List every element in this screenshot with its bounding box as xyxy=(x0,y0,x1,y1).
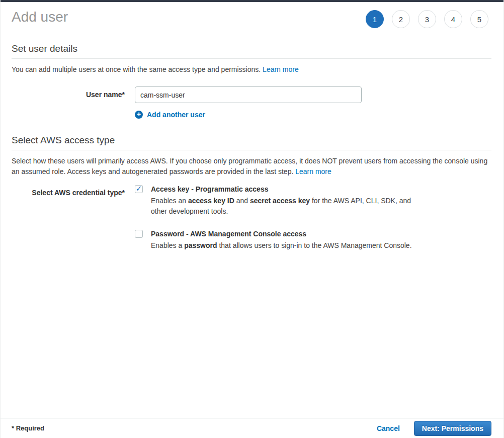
section-divider xyxy=(12,150,491,150)
username-form-row: User name* xyxy=(12,86,491,103)
add-another-user-label: Add another user xyxy=(147,111,205,119)
wizard-step-5[interactable]: 5 xyxy=(470,10,488,28)
credential-type-label: Select AWS credential type* xyxy=(12,185,125,197)
access-key-option-title[interactable]: Access key - Programmatic access xyxy=(151,185,415,194)
desc-text: and xyxy=(234,197,250,205)
access-type-learn-more-link[interactable]: Learn more xyxy=(295,167,331,176)
credential-options: ✓ Access key - Programmatic access Enabl… xyxy=(135,185,415,251)
page-header: Add user 1 2 3 4 5 xyxy=(12,2,491,28)
add-another-user-button[interactable]: + Add another user xyxy=(135,111,205,119)
section-heading-access-type: Select AWS access type xyxy=(12,135,491,146)
add-another-user-row: + Add another user xyxy=(12,111,491,119)
checkmark-icon: ✓ xyxy=(136,185,142,192)
desc-bold-text: access key ID xyxy=(188,197,234,205)
access-type-description: Select how these users will primarily ac… xyxy=(12,156,491,177)
desc-text: that allows users to sign-in to the AWS … xyxy=(217,241,412,249)
access-key-option: ✓ Access key - Programmatic access Enabl… xyxy=(135,185,415,217)
password-option-title[interactable]: Password - AWS Management Console access xyxy=(151,229,412,238)
password-checkbox[interactable] xyxy=(135,230,143,238)
wizard-step-3[interactable]: 3 xyxy=(418,10,436,28)
access-key-checkbox[interactable]: ✓ xyxy=(135,185,143,193)
credential-type-form-row: Select AWS credential type* ✓ Access key… xyxy=(12,185,491,251)
desc-bold-text: secret access key xyxy=(250,197,310,205)
wizard-step-4[interactable]: 4 xyxy=(444,10,462,28)
access-type-description-text: Select how these users will primarily ac… xyxy=(12,157,487,176)
desc-text: Enables an xyxy=(151,197,188,205)
user-details-description: You can add multiple users at once with … xyxy=(12,64,491,75)
wizard-step-1[interactable]: 1 xyxy=(366,10,384,28)
password-option: Password - AWS Management Console access… xyxy=(135,229,415,251)
access-key-option-text: Access key - Programmatic access Enables… xyxy=(151,185,415,217)
cancel-button[interactable]: Cancel xyxy=(377,424,400,432)
add-user-wizard-page: Add user 1 2 3 4 5 Set user details You … xyxy=(0,0,504,438)
user-details-description-text: You can add multiple users at once with … xyxy=(12,65,263,73)
username-input[interactable] xyxy=(135,86,362,103)
page-title: Add user xyxy=(12,9,68,26)
wizard-step-2[interactable]: 2 xyxy=(392,10,410,28)
password-option-text: Password - AWS Management Console access… xyxy=(151,229,412,251)
footer-actions: Cancel Next: Permissions xyxy=(377,421,491,436)
section-divider xyxy=(12,58,491,59)
section-heading-user-details: Set user details xyxy=(12,43,491,54)
access-key-option-description: Enables an access key ID and secret acce… xyxy=(151,196,415,217)
wizard-step-indicator: 1 2 3 4 5 xyxy=(366,9,491,28)
desc-bold-text: password xyxy=(184,241,217,249)
label-spacer xyxy=(12,111,125,115)
user-details-learn-more-link[interactable]: Learn more xyxy=(263,65,299,73)
desc-text: Enables a xyxy=(151,241,184,249)
required-note: * Required xyxy=(12,424,44,432)
username-label: User name* xyxy=(12,86,125,99)
password-option-description: Enables a password that allows users to … xyxy=(151,240,412,251)
wizard-footer: * Required Cancel Next: Permissions xyxy=(1,418,503,438)
plus-circle-icon: + xyxy=(135,111,143,119)
next-permissions-button[interactable]: Next: Permissions xyxy=(414,421,491,436)
